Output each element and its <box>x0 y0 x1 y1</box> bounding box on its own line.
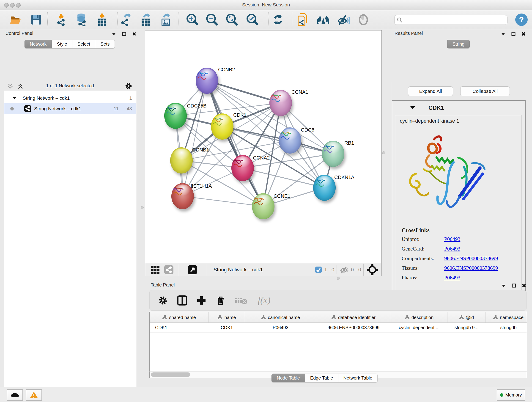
column-header-@id[interactable]: @id <box>447 313 486 322</box>
panel-menu-icon[interactable] <box>112 32 116 36</box>
scrollbar-thumb[interactable] <box>151 372 190 377</box>
import-table-icon[interactable] <box>95 12 109 27</box>
hide-selected-icon[interactable] <box>336 12 351 27</box>
table-settings-gear-icon[interactable] <box>158 295 168 306</box>
tab-node-table[interactable]: Node Table <box>272 374 305 382</box>
refresh-icon[interactable] <box>271 12 285 27</box>
show-all-icon[interactable] <box>356 12 371 27</box>
tab-edge-table[interactable]: Edge Table <box>305 374 338 382</box>
network-options-gear-icon[interactable] <box>125 82 132 89</box>
network-node-cdc6[interactable] <box>279 128 301 153</box>
warning-button[interactable] <box>26 389 42 401</box>
search-network-icon[interactable] <box>316 12 331 27</box>
network-node-ccne1[interactable] <box>252 193 274 219</box>
grid-view-icon[interactable] <box>151 265 160 274</box>
zoom-fit-icon[interactable] <box>225 12 239 27</box>
tab-network[interactable]: Network <box>25 40 52 48</box>
panel-divider-grip[interactable] <box>141 206 144 209</box>
open-in-new-window-icon[interactable] <box>188 265 197 274</box>
network-node-ccna2[interactable] <box>231 155 254 181</box>
crosslink-link[interactable]: 9606.ENSP00000378699 <box>444 265 498 271</box>
network-edge[interactable] <box>183 196 263 206</box>
tab-style[interactable]: Style <box>52 40 72 48</box>
crosslink-link[interactable]: P06493 <box>444 246 460 252</box>
panel-divider-grip[interactable] <box>337 277 340 280</box>
network-edge[interactable] <box>183 81 207 196</box>
export-network-icon[interactable] <box>119 12 133 27</box>
cloud-button[interactable] <box>7 389 23 401</box>
save-session-icon[interactable] <box>29 12 44 27</box>
export-image-icon[interactable] <box>158 12 173 27</box>
network-style-icon[interactable] <box>164 265 174 274</box>
panel-close-icon[interactable] <box>522 283 526 288</box>
tab-sets[interactable]: Sets <box>95 40 115 48</box>
zoom-selected-icon[interactable] <box>245 12 260 27</box>
help-icon[interactable]: ? <box>514 12 529 27</box>
panel-float-icon[interactable] <box>122 32 126 36</box>
protein-collapse-icon[interactable] <box>410 106 415 109</box>
network-node-cdc25b[interactable] <box>164 103 187 129</box>
zoom-out-icon[interactable] <box>205 12 220 27</box>
network-collection-row[interactable]: String Network – cdk1 1 <box>4 93 136 103</box>
crosslink-link[interactable]: 9606.ENSP00000378699 <box>444 255 498 262</box>
collection-expand-icon[interactable] <box>13 96 17 100</box>
column-header-canonical-name[interactable]: canonical name <box>245 313 316 322</box>
network-node-cdkn1a[interactable] <box>313 175 336 201</box>
show-columns-icon[interactable] <box>177 295 187 306</box>
search-input[interactable] <box>394 15 507 25</box>
selected-checkbox-icon[interactable] <box>315 266 322 273</box>
panel-close-icon[interactable] <box>521 32 526 36</box>
table-cell[interactable]: 9606.ENSP00000378699 <box>316 323 391 332</box>
expand-all-button[interactable]: Expand All <box>408 86 453 96</box>
import-network-icon[interactable] <box>55 12 69 27</box>
tab-string[interactable]: String <box>447 40 470 48</box>
table-cell[interactable]: CDK1 <box>209 323 245 332</box>
column-header-database-identifier[interactable]: database identifier <box>316 313 391 322</box>
network-edge[interactable] <box>207 81 263 206</box>
panel-float-icon[interactable] <box>512 283 516 288</box>
collapse-all-button[interactable]: Collapse All <box>460 86 510 96</box>
network-node-count: 11 <box>114 106 119 111</box>
network-node-cdk1[interactable] <box>211 114 234 140</box>
column-header-shared-name[interactable]: shared name <box>150 313 209 322</box>
network-node-ccnb2[interactable] <box>196 68 218 94</box>
panel-float-icon[interactable] <box>511 32 515 36</box>
table-cell[interactable]: stringdb <box>486 323 527 332</box>
panel-close-icon[interactable] <box>132 32 136 36</box>
panel-menu-icon[interactable] <box>501 32 505 36</box>
crosslink-link[interactable]: P06493 <box>444 236 460 242</box>
copy-network-icon[interactable] <box>296 12 310 27</box>
table-cell[interactable]: CDK1 <box>150 323 209 332</box>
hidden-eye-icon <box>340 266 349 274</box>
crosslink-row: Uniprot:P06493 <box>402 236 516 242</box>
import-network-from-database-icon[interactable] <box>74 12 89 27</box>
table-cell[interactable]: cyclin–dependent ... <box>391 323 447 332</box>
node-table[interactable]: shared namenamecanonical namedatabase id… <box>149 312 527 372</box>
table-cell[interactable]: P06493 <box>245 323 316 332</box>
add-column-icon[interactable] <box>196 295 206 306</box>
open-session-icon[interactable] <box>9 12 23 27</box>
tab-select[interactable]: Select <box>72 40 95 48</box>
memory-button[interactable]: Memory <box>497 389 525 401</box>
protein-header-row[interactable]: CDK1 <box>392 101 525 115</box>
table-cell[interactable]: stringdb:9... <box>447 323 486 332</box>
panel-divider-grip[interactable] <box>382 151 385 154</box>
node-structure-image <box>196 68 211 84</box>
column-header-description[interactable]: description <box>391 313 447 322</box>
network-canvas[interactable]: CCNB2CCNA1CDC25BCDK1CDC6RB1CCNB1CCNA2CDK… <box>145 31 381 263</box>
network-node-ccnb1[interactable] <box>170 147 193 173</box>
column-header-name[interactable]: name <box>209 313 245 322</box>
birds-eye-crosshair-icon[interactable] <box>366 264 378 276</box>
column-header-label: name <box>224 315 236 320</box>
tab-network-table[interactable]: Network Table <box>338 374 378 382</box>
network-node-rb1[interactable] <box>322 141 344 167</box>
delete-column-icon[interactable] <box>215 295 226 306</box>
results-button-box: Expand All Collapse All <box>392 82 525 100</box>
network-node-ccna1[interactable] <box>269 90 292 116</box>
column-header-namespace[interactable]: namespace <box>486 313 527 322</box>
network-row-selected[interactable]: String Network – cdk1 11 48 <box>4 103 136 114</box>
panel-menu-icon[interactable] <box>501 284 506 287</box>
zoom-in-icon[interactable] <box>185 12 200 27</box>
column-type-icon <box>217 315 222 320</box>
export-table-icon[interactable] <box>139 12 153 27</box>
